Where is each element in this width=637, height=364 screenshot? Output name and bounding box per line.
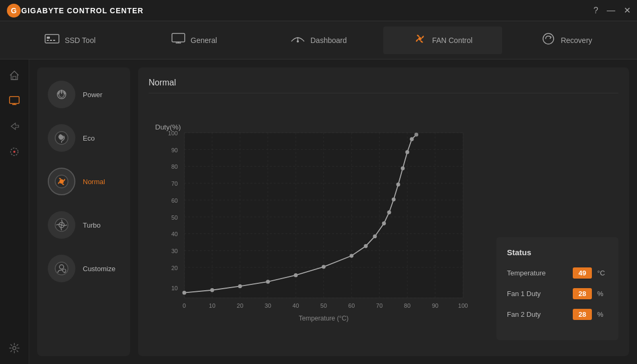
help-button[interactable]: ?	[593, 6, 598, 15]
tab-ssd-tool[interactable]: SSD Tool	[11, 28, 130, 53]
sidebar-item-update[interactable]	[4, 116, 25, 137]
svg-point-88	[373, 235, 377, 238]
content-area: Power Eco	[29, 59, 637, 364]
svg-point-96	[415, 133, 418, 136]
svg-text:60: 60	[348, 302, 355, 309]
tab-recovery[interactable]: Recovery	[507, 27, 626, 54]
fan2-value: 28	[573, 309, 592, 320]
svg-rect-14	[13, 76, 16, 80]
tab-fan-control[interactable]: FAN Control	[383, 27, 502, 54]
svg-text:60: 60	[171, 197, 178, 204]
tab-general[interactable]: General	[135, 28, 254, 53]
recovery-label: Recovery	[561, 36, 592, 45]
svg-text:40: 40	[171, 231, 178, 237]
close-button[interactable]: ✕	[624, 5, 631, 15]
svg-point-32	[63, 269, 66, 272]
svg-text:Temperature (°C): Temperature (°C)	[299, 315, 349, 322]
svg-point-91	[392, 197, 395, 201]
svg-point-13	[543, 33, 554, 44]
dashboard-label: Dashboard	[311, 36, 347, 45]
svg-rect-6	[53, 40, 55, 41]
svg-rect-4	[47, 40, 49, 41]
svg-point-90	[387, 211, 391, 214]
customize-icon-circle	[48, 255, 75, 282]
svg-point-20	[13, 151, 15, 153]
svg-text:0: 0	[183, 302, 186, 309]
svg-point-21	[13, 346, 16, 350]
turbo-label: Turbo	[83, 221, 100, 229]
svg-point-84	[294, 273, 298, 277]
window-controls: ? — ✕	[593, 5, 631, 15]
fan1-label: Fan 1 Duty	[507, 290, 567, 298]
svg-text:20: 20	[171, 265, 178, 271]
svg-text:30: 30	[171, 248, 178, 254]
svg-text:40: 40	[292, 302, 299, 309]
turbo-icon-circle	[48, 211, 75, 239]
svg-point-12	[418, 37, 421, 40]
status-panel: Status Temperature 49 °C Fan 1 Duty 28 %	[496, 237, 618, 340]
svg-point-92	[396, 183, 400, 186]
profile-eco[interactable]: Eco	[45, 122, 122, 154]
svg-point-80	[183, 291, 186, 294]
svg-point-81	[210, 288, 214, 292]
svg-point-27	[59, 179, 64, 184]
sidebar-item-monitor[interactable]	[4, 90, 25, 111]
normal-icon-circle	[48, 168, 75, 195]
svg-point-86	[350, 254, 354, 257]
svg-point-93	[401, 167, 404, 170]
fan1-unit: %	[597, 290, 608, 298]
svg-text:20: 20	[237, 302, 243, 309]
svg-text:80: 80	[171, 163, 178, 170]
normal-label: Normal	[83, 178, 105, 186]
power-label: Power	[83, 91, 102, 99]
recovery-icon	[541, 32, 555, 49]
svg-text:50: 50	[171, 214, 178, 221]
temperature-row: Temperature 49 °C	[507, 267, 608, 279]
svg-text:70: 70	[376, 302, 383, 309]
profile-panel: Power Eco	[37, 67, 130, 356]
svg-point-30	[55, 262, 68, 275]
eco-icon-circle	[48, 124, 75, 152]
status-title: Status	[507, 248, 608, 257]
svg-point-83	[266, 280, 270, 283]
svg-text:80: 80	[404, 302, 410, 309]
ssd-tool-icon	[45, 33, 59, 48]
svg-rect-5	[50, 40, 52, 41]
svg-text:90: 90	[171, 147, 178, 153]
profile-normal[interactable]: Normal	[45, 165, 122, 198]
svg-point-11	[297, 40, 299, 42]
chart-panel: Normal Duty(%)	[138, 67, 629, 356]
tab-dashboard[interactable]: Dashboard	[259, 28, 378, 53]
svg-marker-18	[11, 123, 19, 129]
eco-label: Eco	[83, 134, 94, 142]
svg-rect-15	[10, 97, 19, 103]
fan-control-label: FAN Control	[432, 36, 472, 45]
svg-point-82	[238, 284, 242, 288]
fan2-row: Fan 2 Duty 28 %	[507, 309, 608, 320]
svg-point-87	[364, 244, 367, 248]
titlebar: G GIGABYTE CONTROL CENTER ? — ✕	[0, 0, 637, 21]
sidebar-item-refresh[interactable]	[4, 141, 25, 162]
profile-turbo[interactable]: Turbo	[45, 209, 122, 241]
svg-text:10: 10	[171, 285, 178, 291]
power-icon-circle	[48, 81, 75, 108]
fan2-label: Fan 2 Duty	[507, 310, 567, 318]
fan1-value: 28	[573, 288, 592, 299]
customize-label: Customize	[83, 265, 115, 273]
sidebar-item-home[interactable]	[4, 65, 25, 86]
profile-power[interactable]: Power	[45, 78, 122, 111]
temperature-value: 49	[573, 267, 592, 279]
svg-text:100: 100	[168, 130, 178, 136]
chart-area: Duty(%)	[149, 101, 618, 345]
fan2-unit: %	[597, 310, 608, 318]
app-title: GIGABYTE CONTROL CENTER	[21, 6, 143, 15]
svg-point-89	[382, 221, 386, 225]
sidebar-item-settings[interactable]	[4, 337, 25, 359]
gigabyte-logo-icon: G	[6, 3, 21, 18]
profile-customize[interactable]: Customize	[45, 252, 122, 285]
svg-point-85	[322, 265, 325, 268]
minimize-button[interactable]: —	[607, 6, 615, 15]
fan-chart: Duty(%)	[149, 101, 486, 345]
svg-text:30: 30	[265, 302, 271, 309]
svg-text:G: G	[11, 6, 17, 15]
